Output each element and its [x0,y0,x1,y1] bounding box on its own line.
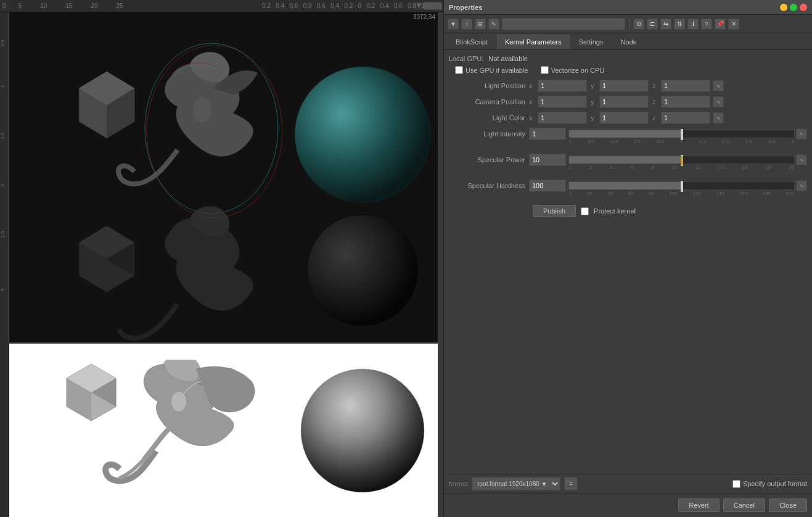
camera-position-label: Camera Position [449,98,529,105]
cam-pos-curve-btn[interactable]: ∿ [713,96,724,107]
cam-pos-x-axis: x [529,98,535,105]
specular-hardness-input[interactable] [529,180,566,192]
specular-power-fill [569,156,682,163]
question-icon[interactable]: ? [701,19,712,30]
specify-format-checkbox[interactable] [732,480,740,488]
light-position-xyz: x y z ∿ [529,80,724,92]
gpu-row: Local GPU: Not available [449,55,807,62]
close-button[interactable]: Close [769,498,807,512]
specular-hardness-fill [569,182,682,189]
panel-footer: Revert Cancel Close [444,493,812,517]
local-gpu-value: Not available [488,55,528,62]
specular-power-curve-btn[interactable]: ∿ [796,154,807,165]
cam-pos-y-input[interactable] [599,96,649,108]
panel-pin-close[interactable]: ✕ [728,19,739,30]
format-row: format root.format 1920x1080 ▼ = Specify… [444,474,812,493]
format-label: format [449,480,468,487]
tab-node[interactable]: Node [612,35,644,49]
tab-blinkscript[interactable]: BlinkScript [448,35,496,49]
light-col-y-input[interactable] [599,112,649,124]
svg-point-25 [301,369,424,492]
tab-settings[interactable]: Settings [571,35,612,49]
light-color-row: Light Color x y z ∿ [449,111,807,125]
tab-kernel-parameters[interactable]: Kernel Parameters [497,35,570,49]
protect-kernel-label: Protect kernel [594,207,636,215]
specular-power-input[interactable] [529,154,566,166]
light-col-x-input[interactable] [538,112,587,124]
flip-h-icon[interactable]: ⇆ [660,19,671,30]
titlebar-controls [780,4,807,11]
light-intensity-label: Light Intensity [449,130,529,138]
specular-power-ticks: 02468101214161820 [569,165,794,170]
camera-position-xyz: x y z ∿ [529,96,724,108]
svg-text:3: 3 [0,288,6,291]
use-gpu-checkbox[interactable] [455,66,463,74]
svg-text:1.5: 1.5 [0,132,6,139]
vectorize-checkbox[interactable] [541,66,549,74]
specify-format-row: Specify output format [732,480,807,488]
use-gpu-label: Use GPU if available [465,67,528,74]
light-intensity-ticks: 00.20.40.60.811.21.41.61.82 [569,139,794,144]
light-pos-y-input[interactable] [599,80,649,92]
viewport-coord: 3072,34 [413,14,435,20]
revert-button[interactable]: Revert [678,498,719,512]
light-pos-z-axis: z [652,82,658,89]
camera-position-row: Camera Position x y z ∿ [449,95,807,109]
viewport: 3072,34 0.5 1 1.5 2 2.5 3 [0,12,438,517]
cam-pos-x-input[interactable] [538,96,587,108]
panel-title: Properties [449,4,482,11]
svg-text:0.5: 0.5 [0,39,6,47]
specular-hardness-row: Specular Hardness 0204060801001201401601… [449,179,807,192]
svg-text:2.5: 2.5 [0,231,6,238]
vectorize-label: Vectorize on CPU [551,67,605,74]
panel-content: Local GPU: Not available Use GPU if avai… [444,50,812,474]
light-position-label: Light Position [449,82,529,89]
render-lower [9,344,438,517]
arrow-icon[interactable]: ▼ [448,19,459,30]
specify-format-label: Specify output format [743,480,807,487]
specular-power-row: Specular Power 02468101214161820 ∿ [449,153,807,167]
svg-point-13 [193,97,211,122]
circle-icon[interactable]: ○ [461,19,472,30]
protect-kernel-checkbox[interactable] [581,207,589,215]
svg-point-24 [171,392,186,412]
paste-icon[interactable]: ⊏ [647,19,658,30]
light-col-z-axis: z [652,114,658,122]
pencil-icon[interactable]: ✎ [488,19,499,30]
cam-pos-z-input[interactable] [661,96,710,108]
format-select[interactable]: root.format 1920x1080 ▼ [472,477,560,490]
panel-close-button[interactable] [800,4,807,11]
specular-hardness-track[interactable]: 020406080100120140160180200 [568,181,795,190]
light-col-y-axis: y [591,114,597,122]
node-name-input[interactable]: Blinn_Phong [502,18,625,30]
panel-tabs: BlinkScript Kernel Parameters Settings N… [444,33,812,50]
light-color-xyz: x y z ∿ [529,112,724,124]
specular-power-marker [681,156,683,165]
light-pos-curve-btn[interactable]: ∿ [713,80,724,91]
specular-power-track[interactable]: 02468101214161820 [568,155,795,164]
light-intensity-fill [569,130,682,138]
use-gpu-row: Use GPU if available Vectorize on CPU [449,66,807,74]
light-intensity-track[interactable]: 00.20.40.60.811.21.41.61.82 [568,130,795,138]
light-col-curve-btn[interactable]: ∿ [713,112,724,123]
pin-icon[interactable]: 📌 [715,19,726,30]
book-icon[interactable]: ⊞ [475,19,486,30]
light-intensity-curve-btn[interactable]: ∿ [796,128,807,139]
specular-hardness-curve-btn[interactable]: ∿ [796,180,807,191]
info-icon[interactable]: ℹ [687,19,699,30]
svg-point-14 [295,67,430,202]
specular-hardness-ticks: 020406080100120140160180200 [569,191,794,196]
light-pos-z-input[interactable] [661,80,710,92]
cancel-button[interactable]: Cancel [723,498,765,512]
publish-button[interactable]: Publish [533,205,576,217]
flip-v-icon[interactable]: ⇅ [674,19,685,30]
light-col-z-input[interactable] [661,112,710,124]
copy-icon[interactable]: ⧉ [633,19,644,30]
light-pos-x-input[interactable] [538,80,587,92]
light-position-row: Light Position x y z ∿ [449,79,807,93]
minimize-button[interactable] [780,4,787,11]
format-eq-button[interactable]: = [564,477,578,490]
maximize-button[interactable] [790,4,797,11]
light-pos-x-axis: x [529,82,535,89]
light-intensity-input[interactable] [529,128,566,140]
